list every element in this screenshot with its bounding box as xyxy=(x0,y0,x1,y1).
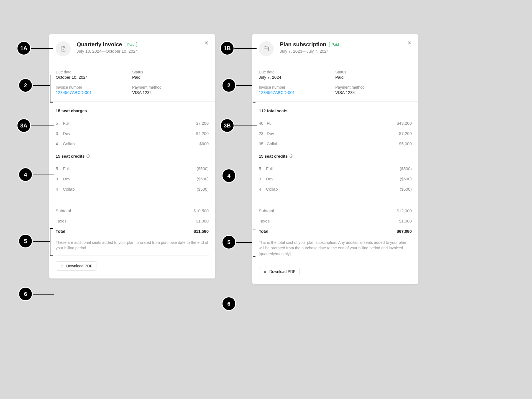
annotation-bubble: 6 xyxy=(222,296,236,311)
seat-credits-section: 15 seat credits 5Full($500) 3Dev($500) 4… xyxy=(49,149,215,194)
line-item: 35Collab$5,000 xyxy=(259,139,412,149)
payment-method-value: VISA 1234 xyxy=(132,90,209,95)
line-item: 4Collab($500) xyxy=(259,184,412,194)
status-value: Paid xyxy=(335,75,412,80)
download-pdf-button[interactable]: Download PDF xyxy=(259,267,300,276)
due-date-label: Due date xyxy=(56,70,132,74)
total-seats-section: 112 total seats 40Full$43,200 23Dev$7,20… xyxy=(252,102,418,149)
annotation-bubble: 4 xyxy=(18,167,33,182)
svg-rect-2 xyxy=(264,47,268,51)
status-label: Status xyxy=(335,70,412,74)
annotation-bracket xyxy=(50,228,50,256)
date-range: July 10, 2024—October 10, 2024 xyxy=(77,49,138,53)
calendar-icon xyxy=(259,41,274,56)
annotation-bubble: 1A xyxy=(17,41,31,55)
line-item: 3Dev($500) xyxy=(56,174,209,184)
info-icon[interactable] xyxy=(86,154,90,158)
taxes-row: Taxes$1,080 xyxy=(56,216,209,226)
due-date-value: October 10, 2024 xyxy=(56,75,132,80)
annotation-line xyxy=(234,126,257,126)
annotation-bubble: 3A xyxy=(17,118,31,133)
meta-section: Due date October 10, 2024 Status Paid In… xyxy=(49,63,215,102)
status-label: Status xyxy=(132,70,209,74)
line-item: 23Dev$7,200 xyxy=(259,128,412,139)
invoice-number-label: Invoice number xyxy=(259,85,335,89)
totals-section: Subtotal$12,000 Taxes$1,080 Total$67,080 xyxy=(252,200,418,236)
status-badge: Paid xyxy=(329,42,341,47)
seat-credits-title: 15 seat credits xyxy=(259,154,412,158)
line-item: 5Full($500) xyxy=(56,163,209,174)
invoice-icon: $ xyxy=(56,41,71,56)
line-item: 40Full$43,200 xyxy=(259,118,412,128)
invoice-number-link[interactable]: 1234567ABCD-001 xyxy=(56,90,132,95)
annotation-line xyxy=(33,294,54,295)
invoice-number-label: Invoice number xyxy=(56,85,132,89)
close-button[interactable] xyxy=(203,40,210,46)
annotation-bubble: 5 xyxy=(222,235,236,249)
note-text: This is the total cost of your plan subs… xyxy=(252,236,418,257)
status-value: Paid xyxy=(132,75,209,80)
download-icon xyxy=(60,264,64,268)
total-seats-title: 112 total seats xyxy=(259,108,412,113)
taxes-row: Taxes$1,080 xyxy=(259,216,412,226)
card-title: Plan subscription xyxy=(280,41,326,48)
seat-charges-section: 15 seat charges 5Full$7,200 3Dev$4,200 4… xyxy=(49,102,215,149)
download-icon xyxy=(263,269,267,273)
payment-method-label: Payment method xyxy=(132,85,209,89)
seat-charges-title: 15 seat charges xyxy=(56,108,209,113)
download-pdf-button[interactable]: Download PDF xyxy=(56,261,96,271)
svg-text:$: $ xyxy=(63,48,64,51)
annotation-bubble: 1B xyxy=(220,41,234,55)
line-item: 5Full$7,200 xyxy=(56,118,209,128)
note-text: These are additional seats added to your… xyxy=(49,236,215,251)
payment-method-label: Payment method xyxy=(335,85,412,89)
close-button[interactable] xyxy=(406,40,413,46)
payment-method-value: VISA 1234 xyxy=(335,90,412,95)
annotation-bubble: 3B xyxy=(220,118,234,133)
line-item: 3Dev$4,200 xyxy=(56,128,209,139)
card-title: Quarterly invoice xyxy=(77,41,122,48)
totals-section: Subtotal$10,500 Taxes$1,080 Total$11,580 xyxy=(49,200,215,236)
due-date-label: Due date xyxy=(259,70,335,74)
line-item: 5Full($500) xyxy=(259,163,412,174)
date-range: July 7, 2023—July 7, 2024 xyxy=(280,49,341,53)
annotation-bubble: 2 xyxy=(222,78,236,93)
annotation-line xyxy=(31,126,54,126)
total-row: Total$11,580 xyxy=(56,226,209,236)
annotation-line xyxy=(33,241,50,242)
annotation-bracket xyxy=(50,75,50,103)
info-icon[interactable] xyxy=(289,154,293,158)
annotation-line xyxy=(236,304,257,304)
meta-section: Due date July 7, 2024 Status Paid Invoic… xyxy=(252,63,418,102)
total-row: Total$67,080 xyxy=(259,226,412,236)
annotation-line xyxy=(33,85,50,86)
subtotal-row: Subtotal$12,000 xyxy=(259,206,412,216)
line-item: 4Collab($500) xyxy=(56,184,209,194)
line-item: 3Dev($500) xyxy=(259,174,412,184)
line-item: 4Collab$600 xyxy=(56,139,209,149)
annotation-line xyxy=(236,85,252,86)
annotation-line xyxy=(33,175,54,175)
annotation-line xyxy=(234,48,257,49)
subtotal-row: Subtotal$10,500 xyxy=(56,206,209,216)
invoice-card-subscription: Plan subscription Paid July 7, 2023—July… xyxy=(252,34,418,284)
annotation-bubble: 4 xyxy=(222,168,236,183)
seat-credits-title: 15 seat credits xyxy=(56,154,209,158)
status-badge: Paid xyxy=(125,42,137,47)
annotation-bubble: 6 xyxy=(18,287,33,301)
annotation-line xyxy=(236,242,252,243)
invoice-number-link[interactable]: 1234567ABCD-001 xyxy=(259,90,335,95)
annotation-bubble: 5 xyxy=(18,234,33,248)
annotation-bubble: 2 xyxy=(18,78,33,93)
annotation-line xyxy=(31,48,53,49)
invoice-card-quarterly: $ Quarterly invoice Paid July 10, 2024—O… xyxy=(49,34,215,278)
annotation-bracket xyxy=(253,229,253,257)
card-header: Plan subscription Paid July 7, 2023—July… xyxy=(252,34,418,63)
annotation-line xyxy=(236,176,257,176)
annotation-bracket xyxy=(253,75,253,103)
seat-credits-section: 15 seat credits 5Full($500) 3Dev($500) 4… xyxy=(252,149,418,194)
card-header: $ Quarterly invoice Paid July 10, 2024—O… xyxy=(49,34,215,63)
due-date-value: July 7, 2024 xyxy=(259,75,335,80)
